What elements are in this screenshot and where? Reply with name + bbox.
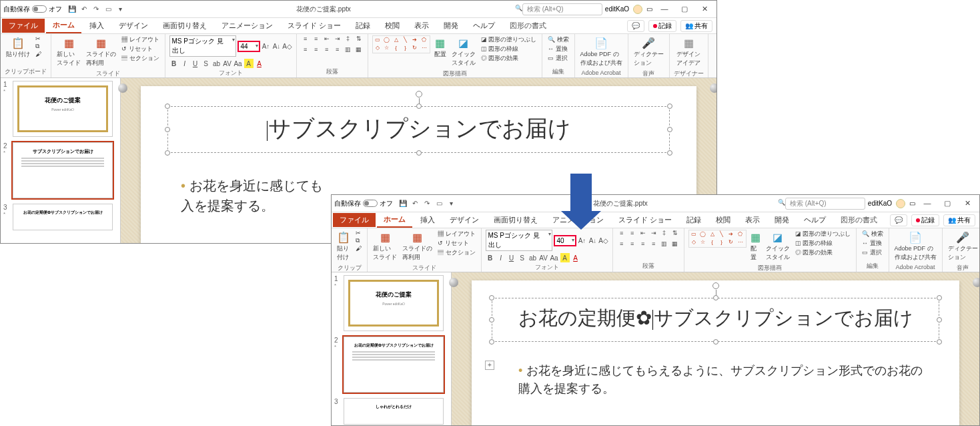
share-button[interactable]: 👥共有 [680, 20, 712, 32]
shapes-gallery[interactable]: ▭◯△╲➔⬠ ◇☆{}↻⋯ [372, 35, 430, 53]
font-size-combo[interactable]: 44 [237, 41, 260, 52]
font-size-combo[interactable]: 40 [554, 235, 576, 246]
tab-file[interactable]: ファイル [333, 213, 376, 227]
user-avatar[interactable] [633, 5, 642, 14]
tab-review[interactable]: 校閲 [378, 19, 406, 33]
line-spacing-icon[interactable]: ‡ [344, 35, 353, 45]
shape-fill-button[interactable]: ◪ 図形の塗りつぶし [480, 35, 538, 44]
section-button[interactable]: ▤ セクション [120, 54, 161, 63]
italic-icon[interactable]: I [496, 253, 506, 262]
resize-handle[interactable] [489, 295, 494, 300]
tab-insert[interactable]: 挿入 [414, 213, 442, 227]
shape-outline-button[interactable]: ◫ 図形の枠線 [480, 45, 538, 53]
strike-icon[interactable]: S [518, 253, 527, 262]
tab-record[interactable]: 記録 [349, 19, 377, 33]
resize-handle[interactable] [667, 150, 672, 156]
minimize-button[interactable]: — [655, 5, 674, 13]
tab-help[interactable]: ヘルプ [797, 213, 833, 227]
grow-font-icon[interactable]: A↑ [578, 236, 587, 245]
minimize-button[interactable]: — [918, 199, 937, 208]
indent-inc-icon[interactable]: ⇥ [333, 35, 342, 45]
resize-handle[interactable] [713, 339, 718, 345]
change-case-icon[interactable]: Aa [233, 59, 243, 68]
user-avatar[interactable] [896, 199, 905, 208]
rotate-handle[interactable] [416, 91, 422, 97]
text-direction-icon[interactable]: ⇅ [354, 35, 364, 45]
start-slideshow-icon[interactable]: ▭ [434, 199, 444, 208]
undo-icon[interactable]: ↶ [79, 5, 89, 14]
tab-record[interactable]: 記録 [680, 213, 708, 227]
copy-icon[interactable]: ⧉ [354, 237, 363, 244]
thumb-slide-1[interactable]: 花便のご提案 Power editKaO [13, 81, 113, 137]
align-left-icon[interactable]: ≡ [617, 240, 626, 250]
shadow-icon[interactable]: ab [212, 59, 221, 68]
reuse-slides-button[interactable]: ▦スライドの 再利用 [85, 35, 117, 69]
start-slideshow-icon[interactable]: ▭ [103, 5, 113, 14]
user-name[interactable]: editKaO [868, 200, 892, 207]
shapes-gallery[interactable]: ▭◯△╲➔⬠ ◇☆{}↻⋯ [688, 230, 747, 248]
highlight-icon[interactable]: A [560, 253, 570, 262]
autosave-toggle[interactable]: 自動保存オフ [334, 199, 393, 208]
tab-review[interactable]: 校閲 [709, 213, 737, 227]
bold-icon[interactable]: B [169, 59, 179, 68]
paste-button[interactable]: 📋貼り付け [336, 230, 352, 263]
thumb-slide-3[interactable]: しゃれがとれるだけ [344, 398, 444, 425]
indent-dec-icon[interactable]: ⇤ [638, 230, 648, 239]
undo-icon[interactable]: ↶ [410, 199, 420, 208]
smartart-icon[interactable]: ▦ [354, 46, 364, 55]
dictate-button[interactable]: 🎤ディクテー ション [632, 35, 665, 69]
qat-more-icon[interactable]: ▾ [115, 5, 125, 14]
font-name-combo[interactable]: MS Pゴシック 見出し [486, 230, 552, 251]
resize-handle[interactable] [937, 317, 942, 323]
select-button[interactable]: ▭ 選択 [546, 54, 570, 63]
new-slide-button[interactable]: ▦新しい スライド [372, 230, 398, 263]
grow-font-icon[interactable]: A↑ [262, 41, 271, 51]
shape-effects-button[interactable]: ◎ 図形の効果 [794, 248, 853, 257]
resize-handle[interactable] [489, 317, 494, 323]
comments-button[interactable]: 💬 [890, 214, 907, 226]
close-button[interactable]: ✕ [695, 5, 714, 13]
tab-home[interactable]: ホーム [46, 18, 81, 33]
autosave-toggle[interactable]: 自動保存オフ [3, 5, 62, 14]
reset-button[interactable]: ↺ リセット [120, 45, 161, 53]
resize-handle[interactable] [667, 127, 672, 132]
shadow-icon[interactable]: ab [528, 253, 538, 262]
new-slide-button[interactable]: ▦新しい スライド [55, 35, 82, 69]
tab-developer[interactable]: 開発 [437, 19, 465, 33]
adobe-pdf-button[interactable]: 📄Adobe PDF の 作成および共有 [579, 35, 624, 69]
indent-dec-icon[interactable]: ⇤ [322, 35, 332, 45]
text-direction-icon[interactable]: ⇅ [670, 230, 680, 239]
replace-button[interactable]: ↔ 置換 [861, 239, 885, 248]
share-button[interactable]: 👥共有 [943, 214, 975, 226]
columns-icon[interactable]: ▥ [344, 46, 353, 55]
resize-handle[interactable] [165, 127, 170, 132]
title-textbox[interactable]: サブスクリプションでお届け [167, 106, 670, 153]
resize-handle[interactable] [165, 103, 170, 109]
record-button[interactable]: 記録 [648, 20, 676, 32]
slide-canvas[interactable]: お花の定期便✿サブスクリプションでお届け + •お花を身近に感じてもらえるように… [452, 272, 979, 425]
add-placeholder-icon[interactable]: + [485, 361, 494, 370]
design-ideas-button[interactable]: ▦デザイン アイデア [674, 35, 704, 69]
maximize-button[interactable]: ▢ [938, 199, 957, 208]
italic-icon[interactable]: I [180, 59, 189, 68]
tab-file[interactable]: ファイル [2, 19, 45, 33]
title-textbox[interactable]: お花の定期便✿サブスクリプションでお届け [492, 298, 939, 342]
format-painter-icon[interactable]: 🖌 [34, 51, 43, 57]
tab-developer[interactable]: 開発 [768, 213, 796, 227]
strike-icon[interactable]: S [201, 59, 211, 68]
tab-view[interactable]: 表示 [408, 19, 436, 33]
close-button[interactable]: ✕ [958, 199, 977, 208]
arrange-button[interactable]: ▦配置 [749, 230, 762, 263]
ribbon-display-icon[interactable]: ▭ [646, 5, 652, 13]
shape-effects-button[interactable]: ◎ 図形の効果 [480, 54, 538, 63]
redo-icon[interactable]: ↷ [422, 199, 432, 208]
font-color-icon[interactable]: A [255, 59, 264, 68]
tab-shape-format[interactable]: 図形の書式 [834, 213, 884, 227]
tab-slideshow[interactable]: スライド ショー [281, 19, 348, 33]
numbering-icon[interactable]: ≡ [312, 35, 321, 45]
rotate-handle[interactable] [712, 282, 719, 289]
justify-icon[interactable]: ≡ [333, 46, 342, 55]
numbering-icon[interactable]: ≡ [628, 230, 637, 239]
tab-shape-format[interactable]: 図形の書式 [503, 19, 553, 33]
bullets-icon[interactable]: ≡ [301, 35, 310, 45]
